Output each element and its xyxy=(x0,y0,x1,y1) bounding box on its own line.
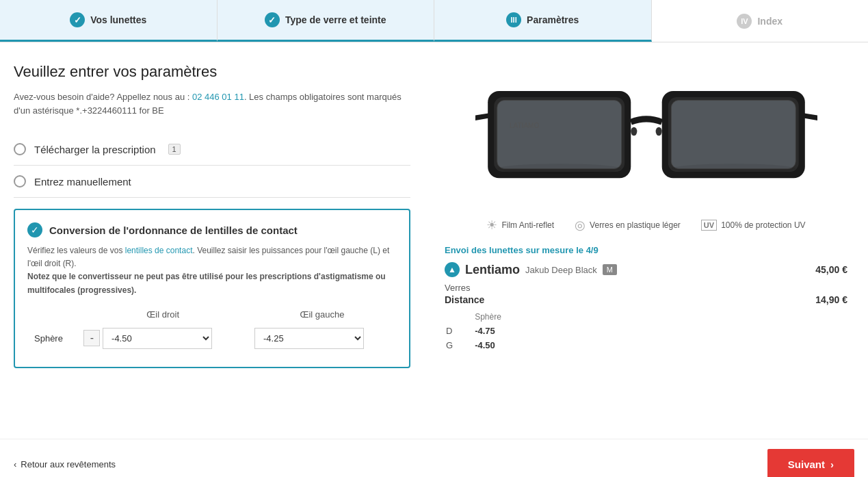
sphere-right-select[interactable]: -4.50 -4.25 -4.75 -5.00 xyxy=(103,328,212,349)
step4-label: Index xyxy=(757,16,782,27)
footer-bar: ‹ Retour aux revêtements Suivant › xyxy=(0,439,868,477)
feature-uv: UV 100% de protection UV xyxy=(701,218,806,233)
upload-label: Télécharger la prescription xyxy=(34,144,156,155)
sphere-g-label: G xyxy=(446,339,460,352)
col-left-header: Œil gauche xyxy=(249,307,395,322)
step1-check-icon: ✓ xyxy=(70,12,85,27)
feature-uv-label: 100% de protection UV xyxy=(721,220,805,230)
product-brand: Lentiamo xyxy=(465,263,520,277)
page-title: Veuillez entrer vos paramètres xyxy=(14,63,410,81)
back-link[interactable]: ‹ Retour aux revêtements xyxy=(14,459,116,469)
verres-section: Verres Distance 14,90 € Sphère D -4.75 xyxy=(445,283,847,353)
step3-label: Paramètres xyxy=(527,14,579,25)
feature-antireflect-label: Film Anti-reflet xyxy=(501,220,554,230)
product-name-row: ▲ Lentiamo Jakub Deep Black M 45,00 € xyxy=(445,262,847,277)
sphere-col-label: Sphère xyxy=(461,311,508,323)
conversion-header: ✓ Conversion de l'ordonnance de lentille… xyxy=(27,222,397,237)
main-layout: Veuillez entrer vos paramètres Avez-vous… xyxy=(0,42,868,439)
verres-price: 14,90 € xyxy=(815,294,847,305)
step-4[interactable]: IV Index xyxy=(652,0,869,42)
step2-label: Type de verre et teinte xyxy=(285,14,386,25)
conversion-title: Conversion de l'ordonnance de lentilles … xyxy=(49,224,298,236)
step2-check-icon: ✓ xyxy=(265,12,280,27)
product-info: ▲ Lentiamo Jakub Deep Black M 45,00 € Ve… xyxy=(438,262,854,353)
product-subname: Jakub Deep Black xyxy=(525,265,597,275)
verres-label: Verres xyxy=(445,283,471,293)
features-row: ☀ Film Anti-reflet ◎ Verres en plastique… xyxy=(479,218,812,233)
sphere-left-cell: -4.25 -4.50 -4.75 -5.00 xyxy=(249,324,395,353)
manual-label: Entrez manuellement xyxy=(34,176,131,188)
help-prefix: Avez-vous besoin d'aide? Appellez nous a… xyxy=(14,92,192,102)
product-size-badge: M xyxy=(603,264,617,275)
steps-bar: ✓ Vos lunettes ✓ Type de verre et teinte… xyxy=(0,0,868,42)
sphere-d-value: -4.75 xyxy=(461,324,508,337)
svg-line-7 xyxy=(804,116,817,119)
shipping-info: Envoi des lunettes sur mesure le 4/9 xyxy=(438,245,599,255)
svg-point-12 xyxy=(671,164,795,174)
sphere-right-cell: - -4.50 -4.25 -4.75 -5.00 xyxy=(78,324,248,353)
conversion-note: Notez que le convertisseur ne peut pas ê… xyxy=(27,272,386,294)
upload-badge: 1 xyxy=(168,144,181,155)
next-label: Suivant xyxy=(788,459,825,470)
sphere-values-table: Sphère D -4.75 G -4.50 xyxy=(445,309,510,353)
verres-header-row: Verres xyxy=(445,283,847,293)
svg-rect-5 xyxy=(671,101,795,169)
sphere-left-select[interactable]: -4.25 -4.50 -4.75 -5.00 xyxy=(254,328,364,349)
antireflect-icon: ☀ xyxy=(486,218,497,233)
help-text: Avez-vous besoin d'aide? Appellez nous a… xyxy=(14,90,410,117)
contact-lens-link[interactable]: lentilles de contact xyxy=(125,246,193,255)
product-price: 45,00 € xyxy=(815,264,847,275)
svg-rect-2 xyxy=(497,101,621,169)
radio-upload[interactable] xyxy=(14,143,26,155)
step-3[interactable]: III Paramètres xyxy=(434,0,652,42)
col-right-header: Œil droit xyxy=(78,307,248,322)
lentiamo-icon: ▲ xyxy=(445,262,460,277)
col-empty xyxy=(29,307,77,322)
product-name-left: ▲ Lentiamo Jakub Deep Black M xyxy=(445,262,617,277)
desc-part1: Vérifiez les valeurs de vos xyxy=(27,246,125,255)
conversion-desc: Vérifiez les valeurs de vos lentilles de… xyxy=(27,244,397,297)
sphere-g-value: -4.50 xyxy=(461,339,508,352)
svg-point-11 xyxy=(497,164,621,174)
sphere-right-minus-button[interactable]: - xyxy=(83,330,100,346)
svg-line-6 xyxy=(475,116,488,119)
step-1[interactable]: ✓ Vos lunettes xyxy=(0,0,218,42)
step4-num-icon: IV xyxy=(737,14,752,29)
glasses-image-container: LATIAMO xyxy=(455,56,838,207)
phone-link[interactable]: 02 446 01 11 xyxy=(192,92,244,102)
svg-text:LATIAMO: LATIAMO xyxy=(510,122,539,129)
svg-point-10 xyxy=(655,127,661,136)
feature-antireflect: ☀ Film Anti-reflet xyxy=(486,218,554,233)
conversion-table: Œil droit Œil gauche Sphère - -4.50 -4.2… xyxy=(27,305,397,354)
radio-manual[interactable] xyxy=(14,175,26,188)
sphere-col-header xyxy=(446,311,460,323)
manual-option[interactable]: Entrez manuellement xyxy=(14,166,410,198)
feature-plastic-label: Verres en plastique léger xyxy=(590,220,681,230)
feature-plastic: ◎ Verres en plastique léger xyxy=(575,218,681,233)
next-arrow-icon: › xyxy=(830,459,834,470)
step-2[interactable]: ✓ Type de verre et teinte xyxy=(218,0,435,42)
back-arrow-icon: ‹ xyxy=(14,459,16,469)
step1-label: Vos lunettes xyxy=(90,14,146,25)
back-label: Retour aux revêtements xyxy=(21,459,116,469)
conversion-check-icon: ✓ xyxy=(27,222,42,237)
conversion-box: ✓ Conversion de l'ordonnance de lentille… xyxy=(14,209,410,368)
sphere-d-label: D xyxy=(446,324,460,337)
upload-prescription-option[interactable]: Télécharger la prescription 1 xyxy=(14,133,410,166)
uv-icon: UV xyxy=(701,220,717,231)
sphere-label: Sphère xyxy=(29,324,77,353)
plastic-icon: ◎ xyxy=(575,218,586,233)
glasses-image: LATIAMO xyxy=(475,56,817,207)
next-button[interactable]: Suivant › xyxy=(767,449,854,477)
left-panel: Veuillez entrer vos paramètres Avez-vous… xyxy=(0,42,424,439)
right-panel: LATIAMO ☀ Film Anti-reflet ◎ Verres en p… xyxy=(424,42,868,439)
step3-num-icon: III xyxy=(506,12,521,27)
svg-point-9 xyxy=(631,127,637,136)
verres-type: Distance xyxy=(445,294,484,305)
